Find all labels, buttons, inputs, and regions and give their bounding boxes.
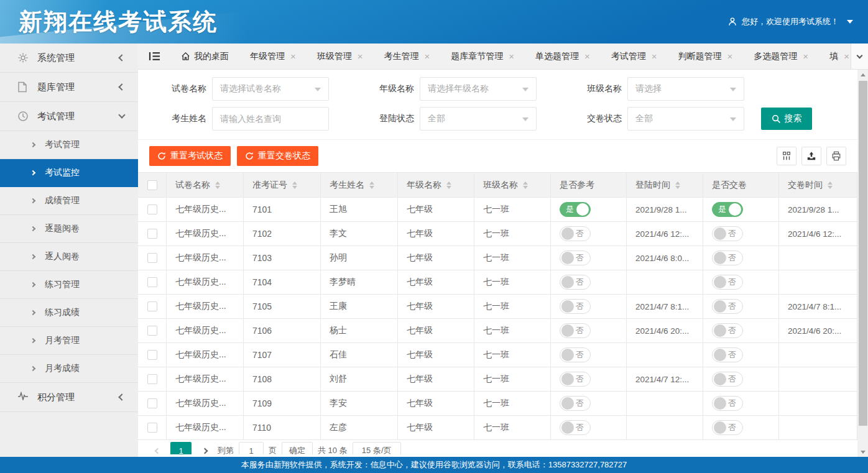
- tab-item-3[interactable]: 题库章节管理×: [440, 44, 525, 70]
- per-page-select[interactable]: 15 条/页: [353, 442, 401, 454]
- close-icon[interactable]: ×: [509, 52, 514, 61]
- sort-icon[interactable]: [369, 181, 374, 189]
- submit-status-select[interactable]: 全部: [627, 107, 744, 131]
- sidebar-subitem-exam-6[interactable]: 练习成绩: [0, 299, 138, 327]
- close-icon[interactable]: ×: [358, 52, 363, 61]
- sidebar-subitem-exam-5[interactable]: 练习管理: [0, 271, 138, 299]
- sidebar-subitem-exam-2[interactable]: 成绩管理: [0, 187, 138, 215]
- sort-icon[interactable]: [446, 181, 451, 189]
- sort-icon[interactable]: [675, 181, 680, 189]
- column-header-2[interactable]: 考生姓名: [321, 173, 398, 198]
- sort-icon[interactable]: [523, 181, 528, 189]
- sidebar-item-question-bank[interactable]: 题库管理: [0, 73, 138, 102]
- toggle-no[interactable]: 否: [560, 323, 591, 338]
- export-button[interactable]: [801, 147, 821, 165]
- row-checkbox[interactable]: [147, 398, 157, 408]
- row-checkbox[interactable]: [147, 204, 157, 214]
- toggle-no[interactable]: 否: [560, 226, 591, 241]
- filter-columns-button[interactable]: [777, 147, 796, 165]
- row-checkbox[interactable]: [147, 253, 157, 263]
- tab-item-0[interactable]: 年级管理×: [239, 44, 307, 70]
- sidebar-subitem-exam-4[interactable]: 逐人阅卷: [0, 243, 138, 271]
- toggle-yes[interactable]: 是: [712, 202, 743, 217]
- close-icon[interactable]: ×: [727, 52, 733, 61]
- close-icon[interactable]: ×: [425, 52, 430, 61]
- reset-exam-status-button[interactable]: 重置考试状态: [149, 146, 231, 166]
- current-page-button[interactable]: 1: [170, 442, 192, 454]
- close-icon[interactable]: ×: [652, 52, 657, 61]
- toggle-no[interactable]: 否: [712, 396, 743, 411]
- toggle-no[interactable]: 否: [560, 250, 591, 265]
- row-checkbox[interactable]: [147, 350, 157, 360]
- toggle-no[interactable]: 否: [712, 372, 743, 387]
- sort-icon[interactable]: [828, 181, 833, 189]
- toggle-no[interactable]: 否: [712, 250, 743, 265]
- toggle-no[interactable]: 否: [712, 420, 743, 435]
- sidebar-subitem-exam-0[interactable]: 考试管理: [0, 131, 138, 159]
- reset-submit-status-button[interactable]: 重置交卷状态: [237, 146, 318, 166]
- toggle-no[interactable]: 否: [712, 299, 743, 314]
- close-icon[interactable]: ×: [290, 52, 296, 61]
- toggle-no[interactable]: 否: [560, 396, 591, 411]
- close-icon[interactable]: ×: [584, 52, 590, 61]
- sort-icon[interactable]: [292, 181, 297, 189]
- column-header-6[interactable]: 登陆时间: [627, 173, 703, 198]
- next-page-button[interactable]: [196, 442, 213, 454]
- row-checkbox[interactable]: [147, 374, 157, 384]
- tab-item-6[interactable]: 判断题管理×: [668, 44, 744, 70]
- row-checkbox[interactable]: [147, 277, 157, 287]
- vertical-scrollbar[interactable]: [857, 70, 868, 457]
- row-checkbox[interactable]: [147, 301, 157, 311]
- class-name-select[interactable]: 请选择: [627, 77, 744, 101]
- grade-name-select[interactable]: 请选择年级名称: [420, 77, 537, 101]
- tab-item-2[interactable]: 考生管理×: [374, 44, 441, 70]
- sidebar-subitem-exam-3[interactable]: 逐题阅卷: [0, 215, 138, 243]
- toggle-no[interactable]: 否: [560, 420, 591, 435]
- close-icon[interactable]: ×: [803, 52, 808, 61]
- scroll-up-arrow[interactable]: [857, 70, 868, 80]
- toggle-no[interactable]: 否: [712, 275, 743, 290]
- sidebar-subitem-exam-1[interactable]: 考试监控: [0, 159, 138, 187]
- sidebar-item-points[interactable]: 积分管理: [0, 383, 138, 412]
- prev-page-button[interactable]: [149, 442, 165, 454]
- scroll-down-arrow[interactable]: [857, 447, 868, 457]
- toggle-no[interactable]: 否: [712, 347, 743, 362]
- sidebar-item-exam[interactable]: 考试管理: [0, 102, 138, 131]
- user-menu[interactable]: 您好，欢迎使用考试系统！: [727, 16, 868, 27]
- tab-item-5[interactable]: 考试管理×: [601, 44, 668, 70]
- row-checkbox[interactable]: [147, 229, 157, 239]
- toggle-no[interactable]: 否: [560, 275, 591, 290]
- scrollbar-thumb[interactable]: [859, 81, 867, 426]
- column-header-1[interactable]: 准考证号: [244, 173, 321, 198]
- toggle-no[interactable]: 否: [560, 347, 591, 362]
- close-icon[interactable]: ×: [844, 52, 849, 61]
- toggle-no[interactable]: 否: [560, 372, 591, 387]
- confirm-page-button[interactable]: 确定: [282, 442, 313, 454]
- login-status-select[interactable]: 全部: [420, 107, 537, 131]
- student-name-input[interactable]: [212, 107, 329, 131]
- sidebar-item-system[interactable]: 系统管理: [0, 44, 138, 73]
- column-header-8[interactable]: 交卷时间: [779, 173, 857, 198]
- toggle-no[interactable]: 否: [560, 299, 591, 314]
- sidebar-subitem-exam-7[interactable]: 月考管理: [0, 327, 138, 355]
- tab-item-4[interactable]: 单选题管理×: [525, 44, 601, 70]
- select-all-checkbox[interactable]: [147, 180, 157, 190]
- column-header-4[interactable]: 班级名称: [474, 173, 551, 198]
- column-header-0[interactable]: 试卷名称: [167, 173, 244, 198]
- tabs-dropdown-button[interactable]: [851, 44, 868, 70]
- scrollbar-track[interactable]: [857, 80, 868, 447]
- tab-home[interactable]: 我的桌面: [170, 44, 239, 70]
- print-button[interactable]: [826, 147, 846, 165]
- column-header-3[interactable]: 年级名称: [398, 173, 474, 198]
- sort-icon[interactable]: [215, 181, 220, 189]
- toggle-no[interactable]: 否: [712, 323, 743, 338]
- toggle-yes[interactable]: 是: [560, 202, 591, 217]
- search-button[interactable]: 搜索: [761, 108, 812, 130]
- page-number-input[interactable]: 1: [239, 442, 264, 454]
- row-checkbox[interactable]: [147, 423, 157, 433]
- tab-item-1[interactable]: 班级管理×: [307, 44, 374, 70]
- paper-name-select[interactable]: 请选择试卷名称: [212, 77, 329, 101]
- tab-item-7[interactable]: 多选题管理×: [743, 44, 819, 70]
- row-checkbox[interactable]: [147, 326, 157, 336]
- toggle-no[interactable]: 否: [712, 226, 743, 241]
